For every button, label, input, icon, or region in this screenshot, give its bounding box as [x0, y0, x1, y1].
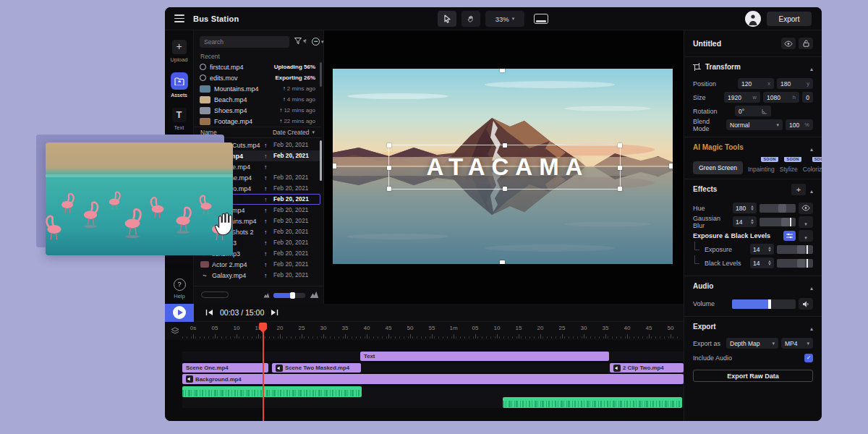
collapse-chevron-icon[interactable]: [810, 320, 813, 333]
select-tool-button[interactable]: [438, 11, 456, 27]
expand-chevron-button[interactable]: [799, 216, 813, 228]
chip-inpainting[interactable]: Inpainting: [748, 166, 775, 173]
thumbnail-size-slider[interactable]: [273, 293, 305, 298]
chip-colorize[interactable]: Colorize: [803, 166, 822, 173]
audio-clip-waveform[interactable]: [503, 397, 682, 408]
blur-stepper[interactable]: 14: [733, 216, 757, 227]
audio-clip-waveform[interactable]: [182, 386, 362, 397]
transform-section-header[interactable]: Transform: [684, 57, 822, 77]
rail-item-help[interactable]: Help: [165, 278, 194, 299]
handle-bottom-center[interactable]: [503, 187, 507, 191]
frame-handle-left[interactable]: [333, 163, 336, 169]
export-button[interactable]: Export: [767, 12, 812, 26]
collapse-chevron-icon[interactable]: [810, 141, 813, 154]
tracks-icon[interactable]: [171, 327, 179, 335]
zoom-level-dropdown[interactable]: 33%: [485, 11, 524, 27]
recent-item[interactable]: Shoes.mp4 12 mins ago: [194, 105, 321, 116]
hand-tool-button[interactable]: [461, 11, 480, 27]
handle-bottom-right[interactable]: [618, 187, 622, 191]
size-w-field[interactable]: 1920w: [724, 92, 760, 103]
recent-scrollbar[interactable]: [320, 62, 322, 87]
clip-scene-one[interactable]: Scene One.mp4: [182, 363, 268, 373]
hue-slider[interactable]: [760, 204, 796, 213]
frame-handle-top[interactable]: [500, 69, 505, 72]
recent-item[interactable]: firstcut.mp4 Uploading 56%: [194, 61, 321, 72]
skip-back-icon[interactable]: [205, 309, 213, 316]
recent-item[interactable]: edits.mov Exporting 26%: [194, 72, 321, 83]
dragged-media-thumbnail[interactable]: [46, 142, 233, 255]
preview-canvas[interactable]: ATACAMA: [324, 30, 684, 304]
effect-visibility-button[interactable]: [799, 203, 813, 214]
handle-mid-left[interactable]: [387, 166, 391, 170]
audio-section-header[interactable]: Audio: [684, 276, 822, 296]
chip-stylize[interactable]: Stylize: [780, 166, 798, 173]
size-h-field[interactable]: 1080h: [763, 92, 799, 103]
display-mode-icon[interactable]: [534, 14, 548, 24]
ai-tools-section-header[interactable]: AI Magic Tools: [684, 137, 822, 157]
export-raw-data-button[interactable]: Export Raw Data: [693, 370, 813, 382]
handle-top-left[interactable]: [387, 143, 391, 148]
handle-top-center[interactable]: [503, 143, 507, 148]
text-selection-box[interactable]: ATACAMA: [388, 145, 621, 190]
clip-scene-two-masked[interactable]: Scene Two Masked.mp4: [272, 363, 361, 373]
view-options-button[interactable]: [312, 38, 324, 46]
asset-row[interactable]: Galaxy.mp4 Feb 20, 2021: [195, 270, 320, 281]
exposure-slider[interactable]: [777, 245, 813, 254]
collapse-chevron-icon[interactable]: [810, 183, 813, 196]
avatar[interactable]: [745, 11, 761, 27]
mute-button[interactable]: [799, 298, 813, 310]
effects-section-header[interactable]: Effects +: [684, 179, 822, 199]
frame-handle-right[interactable]: [669, 163, 673, 169]
exposure-stepper[interactable]: 14: [750, 244, 774, 255]
chip-green-screen[interactable]: Green Screen: [693, 161, 743, 174]
expand-chevron-button[interactable]: [799, 230, 813, 242]
lock-button[interactable]: [799, 38, 813, 49]
clip-text[interactable]: Text: [360, 352, 609, 361]
handle-top-right[interactable]: [618, 143, 622, 148]
clip-two[interactable]: 2 Clip Two.mp4: [610, 363, 684, 373]
play-button[interactable]: [165, 304, 194, 322]
export-format-dropdown[interactable]: Depth Map: [726, 338, 778, 349]
collapse-chevron-icon[interactable]: [810, 280, 813, 293]
add-effect-button[interactable]: +: [791, 184, 806, 195]
collapse-chevron-icon[interactable]: [810, 61, 813, 74]
rail-item-text[interactable]: Text: [165, 108, 193, 131]
export-container-dropdown[interactable]: MP4: [781, 338, 813, 349]
black-levels-stepper[interactable]: 14: [750, 258, 774, 268]
export-section-header[interactable]: Export: [684, 317, 822, 336]
recent-item[interactable]: Footage.mp4 22 mins ago: [194, 116, 321, 127]
clip-background[interactable]: Background.mp4: [182, 374, 684, 384]
timeline-tracks[interactable]: Text Scene One.mp4 Scene Two Masked.mp4 …: [165, 340, 684, 421]
rail-item-assets[interactable]: Assets: [165, 72, 193, 98]
position-y-field[interactable]: 180y: [777, 78, 813, 89]
rotation-field[interactable]: 0°: [735, 106, 771, 116]
visibility-button[interactable]: [781, 38, 796, 49]
date-column-header[interactable]: Date Created: [273, 129, 315, 136]
include-audio-checkbox[interactable]: [804, 354, 813, 362]
table-scrollbar[interactable]: [320, 140, 322, 181]
playhead-line[interactable]: [263, 323, 264, 421]
rail-item-upload[interactable]: Upload: [165, 40, 193, 63]
video-frame[interactable]: ATACAMA: [333, 69, 673, 264]
sort-direction-icon[interactable]: [304, 37, 307, 45]
hue-stepper[interactable]: 180: [733, 203, 757, 213]
frame-handle-bottom[interactable]: [500, 260, 505, 264]
menu-icon[interactable]: [174, 14, 184, 22]
horizontal-scrollbar[interactable]: [201, 292, 229, 298]
skip-forward-icon[interactable]: [271, 309, 278, 316]
levels-adjust-button[interactable]: [783, 231, 796, 241]
asset-row[interactable]: Actor 2.mp4 Feb 20, 2021: [195, 259, 320, 270]
blend-mode-dropdown[interactable]: Normal: [726, 119, 783, 130]
volume-slider[interactable]: [732, 299, 796, 309]
caption-text[interactable]: ATACAMA: [420, 153, 590, 181]
timeline-ruler[interactable]: 0s05101520253035404550551m05101520253035…: [165, 322, 684, 340]
opacity-field[interactable]: 100%: [786, 119, 813, 130]
size-link-field[interactable]: 0: [802, 92, 813, 103]
recent-item[interactable]: Mountains.mp4 2 mins ago: [194, 83, 321, 94]
recent-item[interactable]: Beach.mp4 4 mins ago: [194, 94, 321, 105]
position-x-field[interactable]: 120x: [738, 78, 774, 89]
black-levels-slider[interactable]: [777, 259, 813, 268]
blur-slider[interactable]: [760, 218, 796, 226]
handle-bottom-left[interactable]: [387, 187, 391, 191]
handle-mid-right[interactable]: [618, 166, 622, 170]
